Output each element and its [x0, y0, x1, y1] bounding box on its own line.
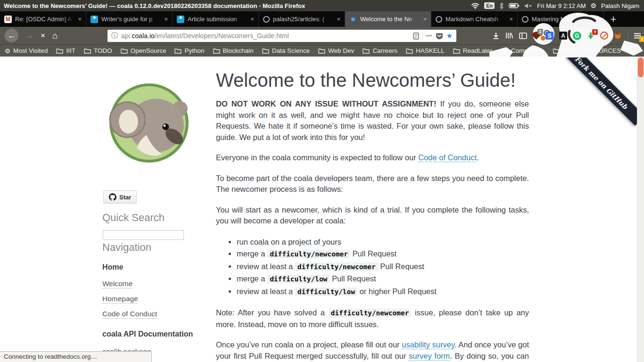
folder-icon: [501, 48, 508, 54]
list-text: Pull Request: [378, 262, 424, 271]
folder-icon: [318, 48, 325, 54]
session-gear-icon[interactable]: ⚙: [591, 2, 597, 9]
tab-close-icon[interactable]: ×: [78, 16, 82, 23]
survey-form-link[interactable]: survey form: [409, 352, 450, 361]
system-title-bar: Welcome to the Newcomers’ Guide! — coala…: [0, 0, 644, 11]
bookmark-label: Web Dev: [328, 47, 354, 54]
bookmarks-overflow-chevron[interactable]: »: [635, 47, 639, 55]
bookmark-label: Blockchain: [223, 47, 254, 54]
browser-tab-active[interactable]: Welcome to the Ne ×: [345, 11, 431, 27]
ublock-icon[interactable]: 1: [533, 32, 540, 40]
stop-button[interactable]: ×: [41, 31, 45, 41]
bookmark-folder-competitive[interactable]: Competitive: [501, 47, 545, 54]
username[interactable]: Palash Nigam: [601, 2, 639, 9]
tab-label: Writer's guide for p: [101, 16, 161, 23]
browser-tab[interactable]: * Article submission ×: [173, 11, 259, 27]
forward-button[interactable]: →: [25, 31, 33, 41]
sidebar-link-code-of-conduct[interactable]: Code of Conduct: [102, 310, 157, 319]
list-item: merge a difficulty/low Pull Request: [237, 273, 529, 286]
reader-mode-icon[interactable]: [413, 33, 419, 40]
battery-icon[interactable]: [509, 2, 520, 9]
bookmark-star-icon[interactable]: ★: [446, 32, 453, 40]
keyboard-layout-indicator[interactable]: En: [484, 2, 495, 9]
octocat-icon: [109, 193, 116, 201]
fork-me-on-github-ribbon[interactable]: Fork me on GitHub: [565, 57, 637, 126]
folder-icon: [121, 48, 128, 54]
menu-alert-badge: !: [639, 36, 644, 42]
note-pre: Note: After you have solved a: [216, 308, 329, 317]
back-button[interactable]: ←: [5, 29, 18, 42]
metamask-fox-icon[interactable]: [614, 32, 622, 39]
video-download-helper-icon[interactable]: ?: [587, 32, 594, 40]
bookmark-label: Most Visited: [13, 47, 48, 54]
library-icon[interactable]: [505, 32, 513, 39]
downloads-icon[interactable]: [492, 32, 500, 40]
search-input[interactable]: [103, 230, 184, 240]
bookmark-folder-blockchain[interactable]: Blockchain: [213, 47, 254, 54]
folder-icon: [453, 48, 460, 54]
site-info-icon[interactable]: ⓘ: [111, 32, 118, 40]
sidebar-link-welcome[interactable]: Welcome: [102, 280, 132, 288]
bookmarks-toolbar: ⚙ Most Visited IIIT TODO OpenSource Pyth…: [0, 44, 644, 57]
new-tab-button[interactable]: +: [604, 11, 623, 27]
bookmark-folder-opensource[interactable]: OpenSource: [121, 47, 166, 54]
bluetooth-icon[interactable]: [499, 2, 504, 9]
ublock-badge: 1: [537, 29, 543, 34]
list-item: review at least a difficulty/newcomer Pu…: [237, 261, 529, 273]
bookmark-label: Python: [184, 47, 204, 54]
bookmark-folder-iiit[interactable]: IIIT: [56, 47, 75, 54]
browser-tab[interactable]: Mastering Markdo ×: [518, 11, 604, 27]
menu-hamburger-icon[interactable]: !: [634, 33, 641, 39]
page-title: Welcome to the Newcomers’ Guide!: [216, 70, 529, 91]
toolbar-extensions: 1 S A G ? !: [492, 27, 641, 44]
bookmark-folder-readlater[interactable]: ReadLater: [453, 47, 493, 54]
bookmark-folder-python[interactable]: Python: [174, 47, 204, 54]
tab-close-icon[interactable]: ×: [337, 16, 340, 23]
browser-tab[interactable]: palash25/articles: ( ×: [259, 11, 345, 27]
bookmark-label: HASKELL: [416, 47, 445, 54]
browser-tab[interactable]: M Re: [OSDC Admin] A ×: [0, 11, 86, 27]
home-button[interactable]: ⌂: [52, 31, 58, 41]
tab-close-icon[interactable]: ×: [164, 16, 168, 23]
page-actions-icon[interactable]: •••: [426, 33, 432, 38]
disabled-extension-icon[interactable]: [600, 32, 608, 40]
list-text: or higher Pull Request: [357, 287, 437, 296]
browser-tab[interactable]: * Writer's guide for p ×: [86, 11, 173, 27]
tab-close-icon[interactable]: ×: [595, 16, 599, 23]
bookmark-label: MISC RESOURCES: [563, 47, 621, 54]
a-extension-icon[interactable]: A: [559, 32, 567, 40]
tab-loading-icon: [351, 17, 355, 21]
sidebar-toggle-icon[interactable]: [519, 33, 527, 39]
bookmark-most-visited[interactable]: ⚙ Most Visited: [5, 47, 48, 55]
screen: Welcome to the Newcomers’ Guide! — coala…: [0, 0, 644, 362]
bookmark-folder-misc-resources[interactable]: MISC RESOURCES: [553, 47, 621, 54]
url-text[interactable]: api.coala.io/en/latest/Developers/Newcom…: [121, 32, 410, 40]
page-scrollbar[interactable]: [637, 57, 644, 362]
clock[interactable]: Fri Mar 9 2:12 AM: [537, 2, 586, 9]
code-difficulty-low: difficulty/low: [267, 275, 330, 283]
bookmark-folder-todo[interactable]: TODO: [84, 47, 112, 54]
bookmark-folder-data-science[interactable]: Data Science: [262, 47, 310, 54]
bookmark-folder-haskell[interactable]: HASKELL: [406, 47, 445, 54]
tab-close-icon[interactable]: ×: [250, 16, 254, 23]
pocket-icon[interactable]: [436, 33, 443, 40]
github-star-button[interactable]: Star: [103, 190, 137, 204]
bookmark-folder-web-dev[interactable]: Web Dev: [318, 47, 354, 54]
scrollbar-thumb[interactable]: [638, 58, 644, 77]
url-path: /en/latest/Developers/Newcomers_Guide.ht…: [155, 32, 289, 40]
bookmark-folder-carreers[interactable]: Carreers: [363, 47, 397, 54]
scribd-extension-icon[interactable]: S: [545, 32, 553, 40]
browser-tab[interactable]: Markdown Cheatsh ×: [431, 11, 518, 27]
sidebar-link-homepage[interactable]: Homepage: [102, 295, 138, 304]
volume-muted-icon[interactable]: [524, 3, 532, 9]
folder-icon: [174, 48, 182, 54]
tab-label: Welcome to the Ne: [360, 16, 420, 23]
tab-close-icon[interactable]: ×: [423, 16, 427, 23]
wifi-icon[interactable]: [471, 2, 479, 9]
code-of-conduct-link[interactable]: Code of Conduct: [418, 153, 477, 162]
tab-close-icon[interactable]: ×: [509, 16, 513, 23]
url-bar[interactable]: ⓘ api.coala.io/en/latest/Developers/Newc…: [107, 30, 456, 42]
usability-survey-link[interactable]: usability survey: [402, 340, 454, 349]
grammarly-icon[interactable]: G: [573, 32, 581, 40]
paragraph-steps: To become part of the coala developers t…: [216, 173, 529, 195]
